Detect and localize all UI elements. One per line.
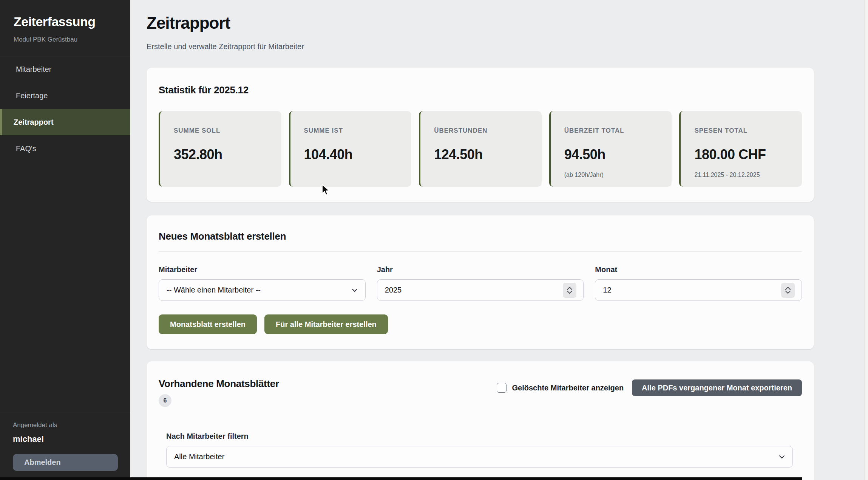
- sidebar-item-mitarbeiter[interactable]: Mitarbeiter: [0, 56, 130, 82]
- jahr-input-value: 2025: [385, 286, 563, 294]
- sidebar-item-feiertage[interactable]: Feiertage: [0, 82, 130, 109]
- stat-label: ÜBERZEIT TOTAL: [564, 127, 672, 135]
- bottom-edge-bar: [0, 477, 802, 480]
- existing-sheets-title: Vorhandene Monatsblätter: [159, 378, 279, 390]
- stat-label: SUMME SOLL: [174, 127, 281, 135]
- stat-card-ueberzeit-total: ÜBERZEIT TOTAL 94.50h (ab 120h/Jahr): [549, 111, 672, 187]
- jahr-input[interactable]: 2025: [377, 279, 584, 301]
- stat-card-summe-soll: SUMME SOLL 352.80h: [159, 111, 281, 187]
- app-window: Zeiterfassung Modul PBK Gerüstbau Mitarb…: [0, 0, 868, 480]
- stat-card-spesen-total: SPESEN TOTAL 180.00 CHF 21.11.2025 - 20.…: [679, 111, 802, 187]
- sidebar-spacer: [0, 162, 130, 413]
- sidebar-item-label: FAQ's: [16, 144, 36, 153]
- sidebar-item-zeitrapport[interactable]: Zeitrapport: [0, 109, 130, 135]
- stat-note: 21.11.2025 - 20.12.2025: [694, 172, 802, 178]
- mitarbeiter-select[interactable]: -- Wähle einen Mitarbeiter --: [159, 279, 366, 301]
- monat-input[interactable]: 12: [595, 279, 802, 301]
- scrollbar-track[interactable]: [865, 0, 868, 480]
- sidebar-item-faqs[interactable]: FAQ's: [0, 135, 130, 162]
- page-subtitle: Erstelle und verwalte Zeitrapport für Mi…: [147, 42, 814, 51]
- stat-label: SUMME IST: [304, 127, 412, 135]
- section-divider: [159, 251, 802, 252]
- existing-sheets-header: Vorhandene Monatsblätter 6 Gelöschte Mit…: [159, 378, 802, 407]
- show-deleted-checkbox-group[interactable]: Gelöschte Mitarbeiter anzeigen: [497, 383, 624, 393]
- export-pdfs-button[interactable]: Alle PDFs vergangener Monat exportieren: [632, 379, 802, 396]
- monat-label: Monat: [595, 265, 802, 274]
- sidebar-item-label: Mitarbeiter: [16, 65, 51, 74]
- table-top-border: [159, 476, 802, 476]
- number-stepper[interactable]: [781, 283, 795, 298]
- signed-in-label: Angemeldet als: [13, 421, 117, 429]
- existing-sheets-section: Vorhandene Monatsblätter 6 Gelöschte Mit…: [147, 361, 814, 480]
- filter-label: Nach Mitarbeiter filtern: [166, 432, 793, 441]
- stat-value: 124.50h: [434, 147, 542, 163]
- sidebar-header: Zeiterfassung Modul PBK Gerüstbau: [0, 0, 130, 55]
- create-all-button[interactable]: Für alle Mitarbeiter erstellen: [264, 314, 388, 334]
- filter-block: Nach Mitarbeiter filtern Alle Mitarbeite…: [166, 432, 793, 468]
- stat-value: 104.40h: [304, 147, 412, 163]
- jahr-label: Jahr: [377, 265, 584, 274]
- count-badge: 6: [159, 394, 171, 407]
- chevron-down-icon: [785, 291, 791, 294]
- page-title: Zeitrapport: [147, 14, 814, 33]
- show-deleted-label[interactable]: Gelöschte Mitarbeiter anzeigen: [512, 384, 624, 392]
- create-sheet-button[interactable]: Monatsblatt erstellen: [159, 314, 257, 334]
- mitarbeiter-label: Mitarbeiter: [159, 265, 366, 274]
- sidebar-footer: Angemeldet als michael Abmelden: [0, 413, 130, 480]
- filter-mitarbeiter-select[interactable]: Alle Mitarbeiter: [166, 446, 793, 468]
- chevron-down-icon: [567, 291, 572, 294]
- jahr-field: Jahr 2025: [377, 265, 584, 301]
- stat-value: 180.00 CHF: [694, 147, 802, 163]
- username: michael: [13, 434, 117, 444]
- mitarbeiter-select-value: -- Wähle einen Mitarbeiter --: [167, 286, 351, 294]
- stat-card-summe-ist: SUMME IST 104.40h: [289, 111, 412, 187]
- chevron-up-icon: [785, 287, 791, 290]
- sidebar-item-label: Feiertage: [16, 91, 48, 100]
- sidebar-item-label: Zeitrapport: [14, 118, 54, 127]
- chevron-up-icon: [567, 287, 572, 290]
- number-stepper[interactable]: [563, 283, 576, 298]
- main-content: Zeitrapport Erstelle und verwalte Zeitra…: [130, 0, 868, 480]
- existing-sheets-title-block: Vorhandene Monatsblätter 6: [159, 378, 279, 407]
- stat-label: ÜBERSTUNDEN: [434, 127, 542, 135]
- stat-card-ueberstunden: ÜBERSTUNDEN 124.50h: [419, 111, 542, 187]
- filter-select-value: Alle Mitarbeiter: [174, 452, 778, 461]
- app-title: Zeiterfassung: [14, 14, 117, 29]
- sidebar: Zeiterfassung Modul PBK Gerüstbau Mitarb…: [0, 0, 130, 480]
- app-subtitle: Modul PBK Gerüstbau: [14, 36, 117, 43]
- create-sheet-section: Neues Monatsblatt erstellen Mitarbeiter …: [147, 215, 814, 349]
- monat-field: Monat 12: [595, 265, 802, 301]
- show-deleted-checkbox[interactable]: [497, 383, 507, 393]
- create-buttons-row: Monatsblatt erstellen Für alle Mitarbeit…: [159, 314, 802, 334]
- statistics-section: Statistik für 2025.12 SUMME SOLL 352.80h…: [147, 68, 814, 202]
- stat-note: (ab 120h/Jahr): [564, 172, 672, 178]
- mitarbeiter-field: Mitarbeiter -- Wähle einen Mitarbeiter -…: [159, 265, 366, 301]
- logout-button[interactable]: Abmelden: [13, 454, 118, 471]
- statistics-title: Statistik für 2025.12: [159, 84, 802, 96]
- monat-input-value: 12: [603, 286, 781, 294]
- stat-value: 94.50h: [564, 147, 672, 163]
- create-sheet-form: Mitarbeiter -- Wähle einen Mitarbeiter -…: [159, 265, 802, 301]
- stat-value: 352.80h: [174, 147, 281, 163]
- stat-label: SPESEN TOTAL: [694, 127, 802, 135]
- existing-sheets-actions: Gelöschte Mitarbeiter anzeigen Alle PDFs…: [497, 379, 802, 396]
- chevron-down-icon: [351, 286, 358, 294]
- sidebar-nav: Mitarbeiter Feiertage Zeitrapport FAQ's: [0, 55, 130, 162]
- chevron-down-icon: [778, 453, 786, 461]
- create-sheet-title: Neues Monatsblatt erstellen: [159, 231, 802, 242]
- stat-card-row: SUMME SOLL 352.80h SUMME IST 104.40h ÜBE…: [159, 111, 802, 187]
